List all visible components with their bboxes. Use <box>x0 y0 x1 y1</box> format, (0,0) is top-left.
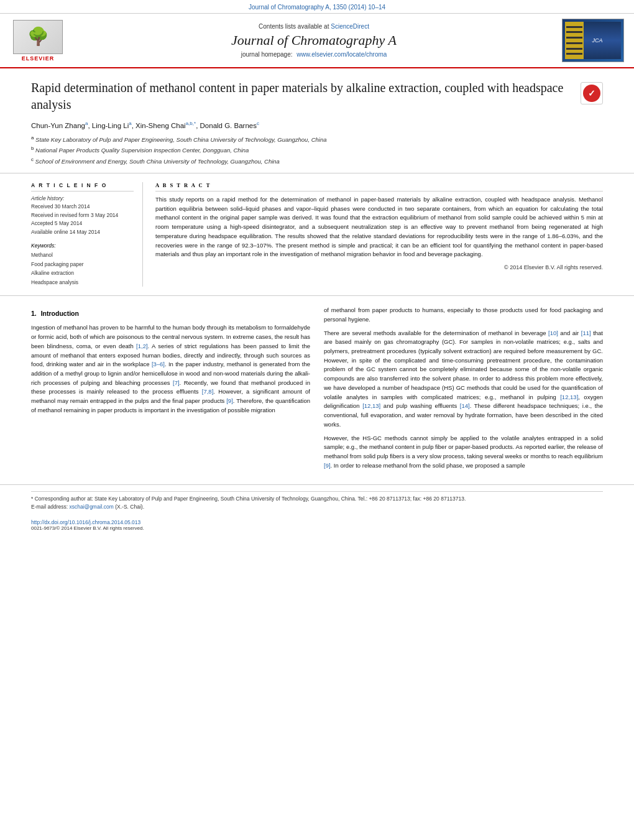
intro-para-3: There are several methods available for … <box>324 329 603 430</box>
doi-url[interactable]: http://dx.doi.org/10.1016/j.chroma.2014.… <box>31 519 140 525</box>
contents-available-line: Contents lists available at ScienceDirec… <box>72 23 556 30</box>
abstract-copyright: © 2014 Elsevier B.V. All rights reserved… <box>155 264 603 270</box>
keyword-3: Alkaline extraction <box>31 269 134 277</box>
article-dates: Received 30 March 2014 Received in revis… <box>31 203 134 236</box>
issn-line: 0021-9673/© 2014 Elsevier B.V. All right… <box>31 525 603 531</box>
crossmark-badge: ✓ <box>581 82 603 104</box>
article-title-section: Rapid determination of methanol content … <box>0 68 634 173</box>
section-title: Introduction <box>41 310 79 317</box>
svg-text:✓: ✓ <box>588 88 595 98</box>
journal-header-center: Contents lists available at ScienceDirec… <box>72 23 556 58</box>
ref-10[interactable]: [10] <box>548 330 558 336</box>
ref-12-13b[interactable]: [12,13] <box>362 402 380 409</box>
abstract-section: A B S T R A C T This study reports on a … <box>155 182 603 287</box>
tree-icon: 🌳 <box>27 28 49 45</box>
column-right: of methanol from paper products to human… <box>324 306 603 474</box>
article-authors: Chun-Yun Zhanga, Ling-Ling Lia, Xin-Shen… <box>31 121 574 129</box>
elsevier-wordmark: ELSEVIER <box>22 55 55 62</box>
intro-para-4: However, the HS-GC methods cannot simply… <box>324 434 603 471</box>
ref-9b[interactable]: [9] <box>324 462 331 469</box>
intro-heading: 1. Introduction <box>31 308 310 318</box>
ref-7-8[interactable]: [7,8] <box>202 388 214 395</box>
affiliations: a State Key Laboratory of Pulp and Paper… <box>31 134 574 166</box>
ref-7[interactable]: [7] <box>173 379 180 386</box>
section-number: 1. <box>31 310 37 317</box>
article-body: A R T I C L E I N F O Article history: R… <box>0 173 634 296</box>
doi-section: http://dx.doi.org/10.1016/j.chroma.2014.… <box>0 515 634 532</box>
ref-3-6[interactable]: [3–6] <box>152 361 165 367</box>
journal-top-bar: Journal of Chromatography A, 1350 (2014)… <box>0 0 634 14</box>
affiliation-c: c School of Environment and Energy, Sout… <box>31 156 574 166</box>
keyword-4: Headspace analysis <box>31 278 134 287</box>
journal-homepage-line: journal homepage: www.elsevier.com/locat… <box>72 51 556 58</box>
footnote-section: * Corresponding author at: State Key Lab… <box>0 484 634 515</box>
ref-1-2[interactable]: [1,2] <box>136 343 148 349</box>
crossmark-icon: ✓ <box>582 84 601 103</box>
footnote-2: E-mail address: xschai@gmail.com (X.-S. … <box>31 504 603 510</box>
author-3: Xin-Sheng Chaia,b,* <box>136 122 196 129</box>
article-history-label: Article history: <box>31 195 134 201</box>
column-left: 1. Introduction Ingestion of methanol ha… <box>31 306 310 474</box>
journal-header: 🌳 ELSEVIER Contents lists available at S… <box>0 14 634 68</box>
main-content: 1. Introduction Ingestion of methanol ha… <box>0 296 634 484</box>
ref-14[interactable]: [14] <box>460 402 470 409</box>
article-title: Rapid determination of methanol content … <box>31 80 574 113</box>
author-4: Donald G. Barnesc <box>200 122 259 129</box>
elsevier-logo: 🌳 ELSEVIER <box>10 20 66 62</box>
doi-line: http://dx.doi.org/10.1016/j.chroma.2014.… <box>31 519 603 525</box>
date-received: Received 30 March 2014 <box>31 203 134 211</box>
date-online: Available online 14 May 2014 <box>31 228 134 237</box>
elsevier-logo-image: 🌳 <box>13 20 63 54</box>
keyword-2: Food packaging paper <box>31 260 134 269</box>
abstract-text: This study reports on a rapid method for… <box>155 195 603 259</box>
keyword-1: Methanol <box>31 251 134 259</box>
keywords-list: Methanol Food packaging paper Alkaline e… <box>31 251 134 287</box>
intro-para-2: of methanol from paper products to human… <box>324 306 603 324</box>
contents-text: Contents lists available at <box>259 23 329 30</box>
abstract-title: A B S T R A C T <box>155 182 603 192</box>
article-info-title: A R T I C L E I N F O <box>31 182 134 192</box>
article-title-content: Rapid determination of methanol content … <box>31 80 574 167</box>
intro-para-1: Ingestion of methanol has proven to be h… <box>31 323 310 415</box>
article-info: A R T I C L E I N F O Article history: R… <box>31 182 143 287</box>
ref-12-13a[interactable]: [12,13] <box>560 394 578 400</box>
homepage-label: journal homepage: <box>241 51 293 58</box>
author-2: Ling-Ling Lia <box>92 122 132 129</box>
keywords-label: Keywords: <box>31 242 134 249</box>
footnote-1: * Corresponding author at: State Key Lab… <box>31 496 603 502</box>
ref-9[interactable]: [9] <box>226 397 233 404</box>
sciencedirect-link[interactable]: ScienceDirect <box>331 23 369 30</box>
journal-citation: Journal of Chromatography A, 1350 (2014)… <box>249 4 385 11</box>
journal-cover-image: JCA <box>562 19 624 62</box>
author-1: Chun-Yun Zhanga <box>31 122 88 129</box>
homepage-url[interactable]: www.elsevier.com/locate/chroma <box>296 51 387 58</box>
affiliation-b: b National Paper Products Quality Superv… <box>31 145 574 155</box>
affiliation-a: a State Key Laboratory of Pulp and Paper… <box>31 134 574 144</box>
journal-name-header: Journal of Chromatography A <box>72 32 556 48</box>
date-accepted: Accepted 5 May 2014 <box>31 219 134 228</box>
ref-11[interactable]: [11] <box>581 330 591 336</box>
email-link[interactable]: xschai@gmail.com <box>69 504 113 510</box>
date-revised: Received in revised form 3 May 2014 <box>31 211 134 220</box>
